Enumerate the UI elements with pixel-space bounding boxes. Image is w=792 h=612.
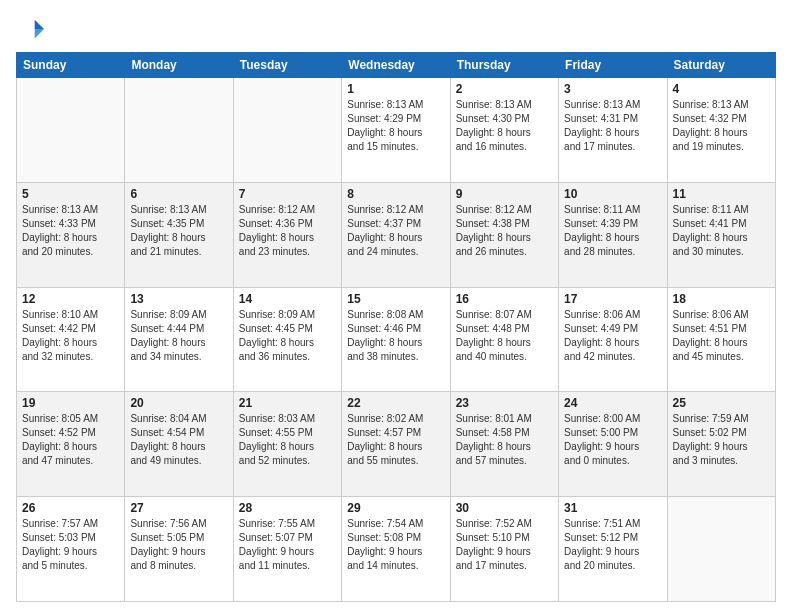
day-number: 2 — [456, 82, 553, 96]
day-number: 30 — [456, 501, 553, 515]
calendar-cell: 28Sunrise: 7:55 AM Sunset: 5:07 PM Dayli… — [233, 497, 341, 602]
day-number: 25 — [673, 396, 770, 410]
calendar-cell: 1Sunrise: 8:13 AM Sunset: 4:29 PM Daylig… — [342, 78, 450, 183]
day-number: 22 — [347, 396, 444, 410]
day-info: Sunrise: 7:56 AM Sunset: 5:05 PM Dayligh… — [130, 517, 227, 573]
calendar-cell: 4Sunrise: 8:13 AM Sunset: 4:32 PM Daylig… — [667, 78, 775, 183]
day-info: Sunrise: 8:05 AM Sunset: 4:52 PM Dayligh… — [22, 412, 119, 468]
day-number: 23 — [456, 396, 553, 410]
day-info: Sunrise: 7:59 AM Sunset: 5:02 PM Dayligh… — [673, 412, 770, 468]
page: SundayMondayTuesdayWednesdayThursdayFrid… — [0, 0, 792, 612]
calendar-cell: 7Sunrise: 8:12 AM Sunset: 4:36 PM Daylig… — [233, 182, 341, 287]
weekday-header-row: SundayMondayTuesdayWednesdayThursdayFrid… — [17, 53, 776, 78]
day-number: 20 — [130, 396, 227, 410]
calendar-cell: 6Sunrise: 8:13 AM Sunset: 4:35 PM Daylig… — [125, 182, 233, 287]
day-number: 8 — [347, 187, 444, 201]
day-number: 6 — [130, 187, 227, 201]
day-info: Sunrise: 8:08 AM Sunset: 4:46 PM Dayligh… — [347, 308, 444, 364]
day-number: 1 — [347, 82, 444, 96]
calendar-cell: 10Sunrise: 8:11 AM Sunset: 4:39 PM Dayli… — [559, 182, 667, 287]
calendar-cell: 5Sunrise: 8:13 AM Sunset: 4:33 PM Daylig… — [17, 182, 125, 287]
day-info: Sunrise: 8:02 AM Sunset: 4:57 PM Dayligh… — [347, 412, 444, 468]
day-info: Sunrise: 8:12 AM Sunset: 4:36 PM Dayligh… — [239, 203, 336, 259]
calendar-cell: 20Sunrise: 8:04 AM Sunset: 4:54 PM Dayli… — [125, 392, 233, 497]
day-info: Sunrise: 7:57 AM Sunset: 5:03 PM Dayligh… — [22, 517, 119, 573]
calendar-cell: 31Sunrise: 7:51 AM Sunset: 5:12 PM Dayli… — [559, 497, 667, 602]
weekday-sunday: Sunday — [17, 53, 125, 78]
week-row-5: 26Sunrise: 7:57 AM Sunset: 5:03 PM Dayli… — [17, 497, 776, 602]
calendar-cell: 24Sunrise: 8:00 AM Sunset: 5:00 PM Dayli… — [559, 392, 667, 497]
day-info: Sunrise: 7:55 AM Sunset: 5:07 PM Dayligh… — [239, 517, 336, 573]
logo — [16, 16, 48, 44]
day-info: Sunrise: 8:03 AM Sunset: 4:55 PM Dayligh… — [239, 412, 336, 468]
day-info: Sunrise: 8:06 AM Sunset: 4:49 PM Dayligh… — [564, 308, 661, 364]
calendar-cell: 12Sunrise: 8:10 AM Sunset: 4:42 PM Dayli… — [17, 287, 125, 392]
day-info: Sunrise: 7:51 AM Sunset: 5:12 PM Dayligh… — [564, 517, 661, 573]
day-info: Sunrise: 8:06 AM Sunset: 4:51 PM Dayligh… — [673, 308, 770, 364]
weekday-monday: Monday — [125, 53, 233, 78]
day-number: 5 — [22, 187, 119, 201]
calendar-table: SundayMondayTuesdayWednesdayThursdayFrid… — [16, 52, 776, 602]
day-info: Sunrise: 7:54 AM Sunset: 5:08 PM Dayligh… — [347, 517, 444, 573]
week-row-1: 1Sunrise: 8:13 AM Sunset: 4:29 PM Daylig… — [17, 78, 776, 183]
day-info: Sunrise: 8:12 AM Sunset: 4:37 PM Dayligh… — [347, 203, 444, 259]
day-number: 10 — [564, 187, 661, 201]
weekday-tuesday: Tuesday — [233, 53, 341, 78]
calendar-cell: 25Sunrise: 7:59 AM Sunset: 5:02 PM Dayli… — [667, 392, 775, 497]
calendar-cell: 3Sunrise: 8:13 AM Sunset: 4:31 PM Daylig… — [559, 78, 667, 183]
day-number: 29 — [347, 501, 444, 515]
weekday-friday: Friday — [559, 53, 667, 78]
day-number: 9 — [456, 187, 553, 201]
day-info: Sunrise: 8:12 AM Sunset: 4:38 PM Dayligh… — [456, 203, 553, 259]
calendar-cell: 8Sunrise: 8:12 AM Sunset: 4:37 PM Daylig… — [342, 182, 450, 287]
day-info: Sunrise: 8:00 AM Sunset: 5:00 PM Dayligh… — [564, 412, 661, 468]
day-info: Sunrise: 8:01 AM Sunset: 4:58 PM Dayligh… — [456, 412, 553, 468]
day-number: 21 — [239, 396, 336, 410]
calendar-cell: 16Sunrise: 8:07 AM Sunset: 4:48 PM Dayli… — [450, 287, 558, 392]
day-number: 17 — [564, 292, 661, 306]
day-info: Sunrise: 8:09 AM Sunset: 4:44 PM Dayligh… — [130, 308, 227, 364]
day-info: Sunrise: 7:52 AM Sunset: 5:10 PM Dayligh… — [456, 517, 553, 573]
day-number: 18 — [673, 292, 770, 306]
day-info: Sunrise: 8:13 AM Sunset: 4:31 PM Dayligh… — [564, 98, 661, 154]
svg-marker-0 — [35, 20, 44, 29]
day-info: Sunrise: 8:13 AM Sunset: 4:29 PM Dayligh… — [347, 98, 444, 154]
calendar-cell — [233, 78, 341, 183]
calendar-cell: 2Sunrise: 8:13 AM Sunset: 4:30 PM Daylig… — [450, 78, 558, 183]
day-number: 7 — [239, 187, 336, 201]
day-number: 14 — [239, 292, 336, 306]
calendar-cell: 21Sunrise: 8:03 AM Sunset: 4:55 PM Dayli… — [233, 392, 341, 497]
day-number: 4 — [673, 82, 770, 96]
day-info: Sunrise: 8:09 AM Sunset: 4:45 PM Dayligh… — [239, 308, 336, 364]
day-info: Sunrise: 8:11 AM Sunset: 4:39 PM Dayligh… — [564, 203, 661, 259]
svg-marker-1 — [35, 29, 44, 38]
logo-icon — [16, 16, 44, 44]
week-row-4: 19Sunrise: 8:05 AM Sunset: 4:52 PM Dayli… — [17, 392, 776, 497]
day-info: Sunrise: 8:13 AM Sunset: 4:32 PM Dayligh… — [673, 98, 770, 154]
weekday-wednesday: Wednesday — [342, 53, 450, 78]
calendar-cell — [17, 78, 125, 183]
day-info: Sunrise: 8:13 AM Sunset: 4:30 PM Dayligh… — [456, 98, 553, 154]
day-number: 19 — [22, 396, 119, 410]
calendar-cell: 19Sunrise: 8:05 AM Sunset: 4:52 PM Dayli… — [17, 392, 125, 497]
calendar-cell: 13Sunrise: 8:09 AM Sunset: 4:44 PM Dayli… — [125, 287, 233, 392]
calendar-cell: 9Sunrise: 8:12 AM Sunset: 4:38 PM Daylig… — [450, 182, 558, 287]
calendar-cell: 29Sunrise: 7:54 AM Sunset: 5:08 PM Dayli… — [342, 497, 450, 602]
calendar-cell: 30Sunrise: 7:52 AM Sunset: 5:10 PM Dayli… — [450, 497, 558, 602]
weekday-saturday: Saturday — [667, 53, 775, 78]
header — [16, 16, 776, 44]
day-info: Sunrise: 8:11 AM Sunset: 4:41 PM Dayligh… — [673, 203, 770, 259]
day-number: 13 — [130, 292, 227, 306]
calendar-cell: 26Sunrise: 7:57 AM Sunset: 5:03 PM Dayli… — [17, 497, 125, 602]
week-row-2: 5Sunrise: 8:13 AM Sunset: 4:33 PM Daylig… — [17, 182, 776, 287]
day-info: Sunrise: 8:13 AM Sunset: 4:35 PM Dayligh… — [130, 203, 227, 259]
calendar-cell: 15Sunrise: 8:08 AM Sunset: 4:46 PM Dayli… — [342, 287, 450, 392]
day-number: 11 — [673, 187, 770, 201]
day-info: Sunrise: 8:07 AM Sunset: 4:48 PM Dayligh… — [456, 308, 553, 364]
day-number: 15 — [347, 292, 444, 306]
day-number: 28 — [239, 501, 336, 515]
calendar-cell — [667, 497, 775, 602]
calendar-cell: 22Sunrise: 8:02 AM Sunset: 4:57 PM Dayli… — [342, 392, 450, 497]
day-number: 24 — [564, 396, 661, 410]
calendar-cell: 23Sunrise: 8:01 AM Sunset: 4:58 PM Dayli… — [450, 392, 558, 497]
